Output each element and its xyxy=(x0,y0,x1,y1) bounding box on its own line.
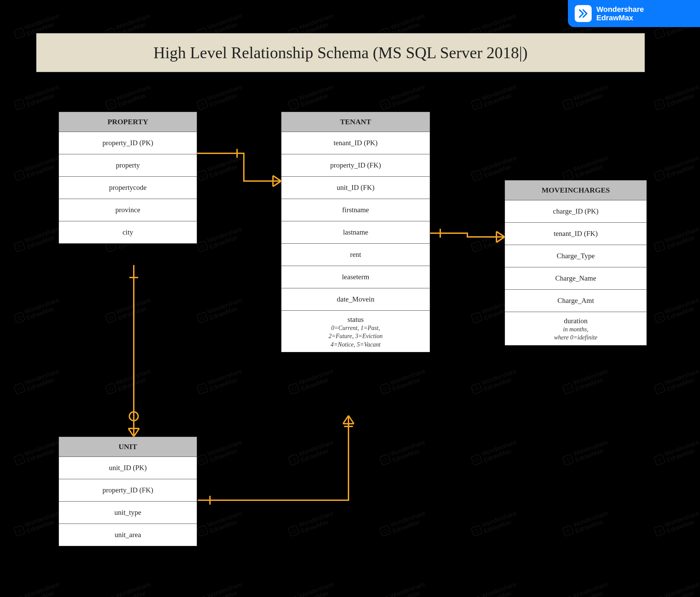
entity-unit-field: unit_type xyxy=(59,502,197,524)
entity-unit-field: unit_ID (PK) xyxy=(59,457,197,479)
entity-tenant-status-sub: 2=Future, 3=Eviction xyxy=(284,332,427,340)
entity-moveincharges-field: charge_ID (PK) xyxy=(505,200,646,223)
entity-moveincharges: MOVEINCHARGES charge_ID (PK) tenant_ID (… xyxy=(505,180,647,346)
entity-tenant-status: status 0=Current, 1=Past, 2=Future, 3=Ev… xyxy=(281,311,430,352)
entity-tenant-field: unit_ID (FK) xyxy=(281,177,430,199)
entity-tenant-field: rent xyxy=(281,244,430,266)
brand-badge: Wondershare EdrawMax xyxy=(568,0,700,27)
entity-unit-field: unit_area xyxy=(59,524,197,546)
entity-tenant-field: date_Movein xyxy=(281,288,430,311)
diagram-canvas: ◇WondershareEdrawMax◇WondershareEdrawMax… xyxy=(0,0,700,597)
brand-logo-icon xyxy=(575,5,592,22)
svg-point-0 xyxy=(129,412,138,421)
entity-tenant-field: leaseterm xyxy=(281,266,430,288)
entity-property-field: province xyxy=(59,199,197,221)
entity-tenant-field: firstname xyxy=(281,199,430,221)
title-text: High Level Relationship Schema (MS SQL S… xyxy=(153,43,528,62)
entity-moveincharges-field: Charge_Name xyxy=(505,267,646,290)
brand-text: Wondershare EdrawMax xyxy=(596,5,644,22)
title-banner: High Level Relationship Schema (MS SQL S… xyxy=(36,33,645,72)
entity-tenant: TENANT tenant_ID (PK) property_ID (FK) u… xyxy=(281,112,430,352)
entity-tenant-field: tenant_ID (PK) xyxy=(281,132,430,154)
entity-tenant-status-label: status xyxy=(347,315,364,324)
entity-moveincharges-duration: duration in months, where 0=idefinite xyxy=(505,312,646,345)
entity-property-field: property_ID (PK) xyxy=(59,132,197,154)
entity-tenant-field: lastname xyxy=(281,221,430,244)
entity-tenant-header: TENANT xyxy=(281,112,430,132)
brand-line1: Wondershare xyxy=(596,5,644,14)
entity-tenant-status-sub: 0=Current, 1=Past, xyxy=(284,324,427,332)
entity-moveincharges-field: tenant_ID (FK) xyxy=(505,223,646,245)
entity-unit: UNIT unit_ID (PK) property_ID (FK) unit_… xyxy=(59,437,197,546)
entity-tenant-field: property_ID (FK) xyxy=(281,154,430,177)
entity-moveincharges-duration-label: duration xyxy=(564,317,588,325)
entity-property-field: propertycode xyxy=(59,177,197,199)
entity-unit-header: UNIT xyxy=(59,437,197,457)
entity-moveincharges-header: MOVEINCHARGES xyxy=(505,180,646,200)
entity-moveincharges-duration-sub: where 0=idefinite xyxy=(508,333,644,341)
entity-property-field: property xyxy=(59,154,197,177)
entity-property-header: PROPERTY xyxy=(59,112,197,132)
brand-line2: EdrawMax xyxy=(596,14,644,22)
entity-unit-field: property_ID (FK) xyxy=(59,479,197,502)
entity-moveincharges-duration-sub: in months, xyxy=(508,325,644,333)
entity-property-field: city xyxy=(59,221,197,243)
entity-property: PROPERTY property_ID (PK) property prope… xyxy=(59,112,197,244)
entity-tenant-status-sub: 4=Notice, 5=Vacant xyxy=(284,340,427,349)
entity-moveincharges-field: Charge_Amt xyxy=(505,290,646,312)
entity-moveincharges-field: Charge_Type xyxy=(505,245,646,267)
